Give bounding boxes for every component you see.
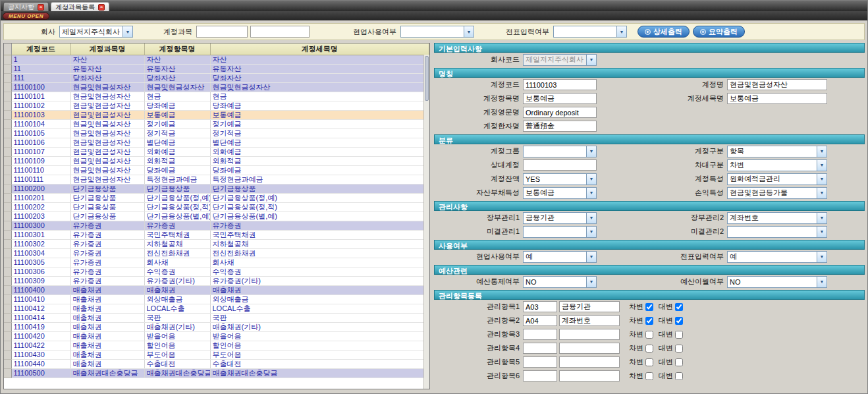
table-row[interactable]: 11100400매출채권매출채권매출채권 <box>4 285 429 295</box>
table-row[interactable]: 11100419매출채권매출채권(기타)매출채권(기타) <box>4 322 429 331</box>
table-row[interactable]: 11100111현금및현금성자산특정현금과예금특정현금과예금 <box>4 175 429 184</box>
row-selector[interactable] <box>4 119 11 128</box>
row-selector[interactable] <box>4 175 11 184</box>
tab-notice[interactable]: 공지사항 × <box>3 2 49 11</box>
company_code-select[interactable]: 제일저지주식회사▼ <box>523 54 597 66</box>
table-row[interactable]: 11100104현금및현금성자산정기예금정기예금 <box>4 119 429 128</box>
account-name-input[interactable] <box>250 26 310 38</box>
pending_mgmt2-select[interactable]: ▼ <box>727 226 827 238</box>
budget_control_yn-select[interactable]: NO▼ <box>523 276 597 288</box>
credit-checkbox[interactable] <box>675 372 683 380</box>
account_item_name-input[interactable] <box>523 93 597 104</box>
row-selector[interactable] <box>4 230 11 239</box>
table-row[interactable]: 11100102현금및현금성자산당좌예금당좌예금 <box>4 101 429 110</box>
counter_account-input[interactable] <box>523 159 597 171</box>
close-icon[interactable]: × <box>38 4 44 11</box>
field_use_yn-select[interactable]: 예▼ <box>523 251 597 263</box>
row-selector[interactable] <box>4 304 11 313</box>
mgmt-name-input[interactable] <box>559 370 620 381</box>
row-selector[interactable] <box>4 239 11 248</box>
table-row[interactable]: 1자산자산자산 <box>4 55 429 64</box>
ledger_mgmt2-select[interactable]: 계좌번호▼ <box>727 212 827 224</box>
table-row[interactable]: 11100200단기금융상품단기금융상품단기금융상품 <box>4 184 429 193</box>
credit-checkbox[interactable] <box>675 303 683 311</box>
table-row[interactable]: 11100305유가증권회사채회사채 <box>4 258 429 267</box>
mgmt-name-input[interactable] <box>559 301 620 312</box>
row-selector[interactable] <box>4 359 11 368</box>
account-code-input[interactable] <box>196 26 248 38</box>
account_code-input[interactable] <box>523 79 597 90</box>
table-row[interactable]: 11100109현금및현금성자산외화적금외화적금 <box>4 156 429 165</box>
table-row[interactable]: 11100412매출채권LOCAL수출LOCAL수출 <box>4 304 429 313</box>
row-selector[interactable] <box>4 202 11 211</box>
table-row[interactable]: 11100309유가증권유가증권(기타)유가증권(기타) <box>4 276 429 285</box>
summary-print-button[interactable]: 요약출력 <box>693 26 745 38</box>
table-row[interactable]: 11100300유가증권유가증권유가증권 <box>4 221 429 230</box>
account_division-select[interactable]: 항목▼ <box>727 146 827 157</box>
row-selector[interactable] <box>4 368 11 378</box>
account_english_name-input[interactable] <box>523 107 597 118</box>
row-selector[interactable] <box>4 193 11 202</box>
row-selector[interactable] <box>4 221 11 230</box>
table-row[interactable]: 11100410매출채권외상매출금외상매출금 <box>4 295 429 304</box>
row-selector[interactable] <box>4 101 11 110</box>
scrollbar-thumb[interactable] <box>425 56 429 101</box>
row-selector[interactable] <box>4 350 11 359</box>
table-row[interactable]: 11100100현금및현금성자산현금및현금성자산현금및현금성자산 <box>4 82 429 92</box>
mgmt-code-input[interactable] <box>523 315 557 326</box>
mgmt-name-input[interactable] <box>559 315 620 326</box>
row-selector[interactable] <box>4 331 11 341</box>
asset_liability_trait-select[interactable]: 보통예금▼ <box>523 187 597 199</box>
pending_mgmt1-select[interactable]: ▼ <box>523 226 597 238</box>
col-header-detail-name[interactable]: 계정세목명 <box>210 43 429 55</box>
mgmt-code-input[interactable] <box>523 301 557 312</box>
table-row[interactable]: 11100306유가증권수익증권수익증권 <box>4 267 429 276</box>
table-row[interactable]: 11100304유가증권전신전화채권전신전화채권 <box>4 248 429 258</box>
row-selector[interactable] <box>4 138 11 147</box>
table-row[interactable]: 11100201단기금융상품단기금융상품(정,예)단기금융상품(정,예) <box>4 193 429 202</box>
row-selector[interactable] <box>4 82 11 92</box>
debit-checkbox[interactable] <box>645 358 653 366</box>
mgmt-name-input[interactable] <box>559 356 620 368</box>
row-selector[interactable] <box>4 295 11 304</box>
row-selector[interactable] <box>4 285 11 295</box>
account_detail_name-input[interactable] <box>727 93 827 104</box>
tab-account-registration[interactable]: 계정과목등록 × <box>51 2 109 11</box>
row-selector[interactable] <box>4 267 11 276</box>
menu-open-button[interactable]: MENU OPEN <box>3 13 49 20</box>
account_name-input[interactable] <box>727 79 827 90</box>
field-use-select[interactable]: ▼ <box>400 26 474 38</box>
table-row[interactable]: 11100110현금및현금성자산당좌예금당좌예금 <box>4 165 429 175</box>
table-row[interactable]: 11100105현금및현금성자산정기적금정기적금 <box>4 128 429 138</box>
debit-checkbox[interactable] <box>645 372 653 380</box>
mgmt-code-input[interactable] <box>523 329 557 340</box>
debit-checkbox[interactable] <box>645 317 653 325</box>
account_balance-select[interactable]: YES▼ <box>523 173 597 185</box>
account_trait-select[interactable]: 원화예적금관리▼ <box>727 173 827 185</box>
mgmt-name-input[interactable] <box>559 343 620 354</box>
account_group-select[interactable]: ▼ <box>523 146 597 157</box>
debit-checkbox[interactable] <box>645 345 653 352</box>
row-selector[interactable] <box>4 313 11 322</box>
table-row[interactable]: 11100106현금및현금성자산별단예금별단예금 <box>4 138 429 147</box>
table-row[interactable]: 11100101현금및현금성자산현금현금 <box>4 92 429 101</box>
table-row[interactable]: 111당좌자산당좌자산당좌자산 <box>4 73 429 82</box>
company-select[interactable]: 제일저지주식회사 ▼ <box>59 26 133 38</box>
row-selector[interactable] <box>4 165 11 175</box>
row-selector[interactable] <box>4 64 11 73</box>
mgmt-code-input[interactable] <box>523 370 557 381</box>
row-selector[interactable] <box>4 248 11 258</box>
mgmt-code-input[interactable] <box>523 343 557 354</box>
row-selector[interactable] <box>4 184 11 193</box>
row-selector[interactable] <box>4 55 11 64</box>
close-icon[interactable]: × <box>98 4 105 11</box>
col-header-account-name[interactable]: 계정과목명 <box>70 43 144 55</box>
table-row[interactable]: 11100203단기금융상품단기금융상품(별,예)단기금융상품(별,예) <box>4 211 429 221</box>
credit-checkbox[interactable] <box>675 317 683 325</box>
budget_carryover_yn-select[interactable]: NO▼ <box>727 276 827 288</box>
credit-checkbox[interactable] <box>675 345 683 352</box>
row-selector[interactable] <box>4 92 11 101</box>
table-row[interactable]: 11100414매출채권국판국판 <box>4 313 429 322</box>
debit_credit_division-select[interactable]: 차변▼ <box>727 159 827 171</box>
table-row[interactable]: 11100420매출채권받을어음받을어음 <box>4 331 429 341</box>
